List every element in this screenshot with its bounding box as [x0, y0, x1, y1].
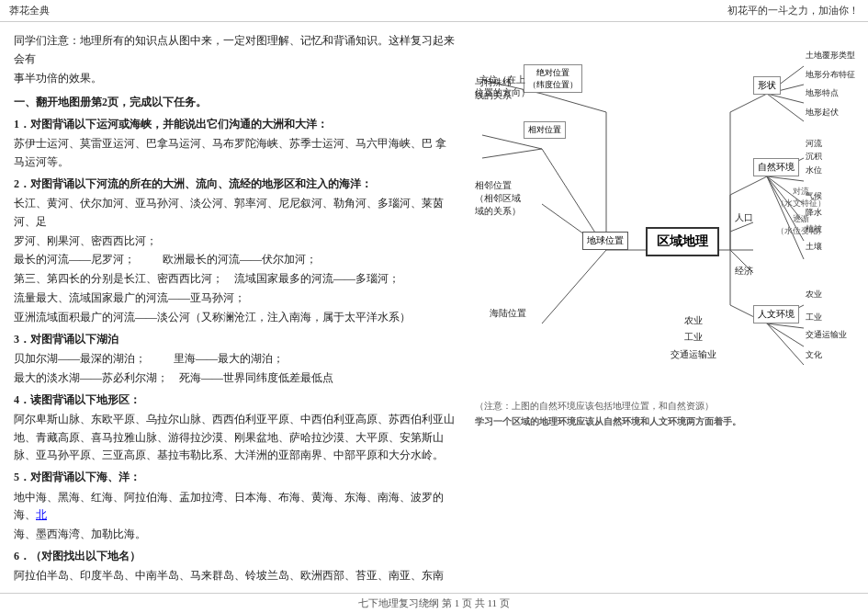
task2-line1: 长江、黄河、伏尔加河、亚马孙河、淡公河、郭率河、尼尼叙河、勒角河、多瑙河、莱茵河… [14, 195, 455, 232]
transport-node: 交通运输业 [806, 329, 847, 341]
human-env-node: 人文环境 [753, 305, 799, 324]
svg-line-5 [542, 250, 606, 324]
center-node: 区域地理 [646, 227, 719, 256]
header-right: 初花平的一斗之力，加油你！ [727, 4, 859, 17]
note1: （注意：上图的自然环境应该包括地理位置，和自然资源） [475, 401, 714, 411]
task3-line1: 贝加尔湖——最深的湖泊； 里海——最大的湖泊； [14, 350, 455, 369]
sea-land-node: 海陆位置 [490, 307, 526, 320]
svg-line-11 [730, 94, 767, 112]
relative-pos-node: 相对位置 [524, 121, 566, 139]
page-container: 莽花全典 初花平的一斗之力，加油你！ 同学们注意：地理所有的知识点从图中来，一定… [0, 0, 868, 613]
right-panel: 区域地理 地球位置 与特殊纬线的关系 绝对位置（纬度位置） 方位（在上位置的方向… [468, 22, 868, 587]
sedimentation-node: 沉积 [806, 151, 822, 163]
soil-node: 土壤 [806, 241, 822, 253]
task5-line1: 地中海、黑海、红海、阿拉伯海、盂加拉湾、日本海、布海、黄海、东海、南海、波罗的海… [14, 489, 455, 526]
task2-line4: 第三、第四长的分别是长江、密西西比河； 流域国家最多的河流——多瑙河； [14, 270, 455, 289]
task3-label: 3．对图背诵以下湖泊 [14, 330, 455, 348]
task2-line6: 亚洲流域面积最广的河流——淡公河（又称澜沧江，注入南海，属于太平洋水系） [14, 309, 455, 327]
fanwei-node: 方位（在上位置的方向） [475, 74, 530, 99]
task4-content: 阿尔卑斯山脉、东欧平原、乌拉尔山脉、西西伯利亚平原、中西伯利亚高原、苏西伯利亚山… [14, 411, 455, 465]
task6-content: 阿拉伯半岛、印度半岛、中南半岛、马来群岛、铃坡兰岛、欧洲西部、苔亚、南亚、东南亚… [14, 567, 455, 587]
intro-line2: 事半功倍的效果。 [14, 72, 102, 85]
landform-relief-node: 地形起伏 [806, 107, 839, 119]
landform-feat-node: 地形特点 [806, 87, 839, 99]
header-left: 莽花全典 [9, 4, 50, 17]
rivers-node: 河流 [806, 138, 822, 150]
task2-line2: 罗河、刚果河、密西西比河； [14, 233, 455, 251]
task2-label: 2．对图背诵以下河流的所在的大洲、流向、流经的地形区和注入的海洋： [14, 175, 455, 193]
svg-line-29 [767, 324, 804, 365]
task1-label: 1．对图背诵以下运河或海峡，并能说出它们沟通的大洲和大洋： [14, 115, 455, 133]
svg-line-2 [542, 94, 606, 112]
economy-node: 经济 [735, 265, 753, 278]
main-content: 同学们注意：地理所有的知识点从图中来，一定对图理解、记忆和背诵知识。这样复习起来… [0, 22, 868, 587]
shape-node: 形状 [753, 76, 781, 95]
north-sea-link[interactable]: 北 [36, 508, 47, 521]
agriculture-node: 农业 [806, 289, 822, 301]
intro-line1: 同学们注意：地理所有的知识点从图中来，一定对图理解、记忆和背诵知识。这样复习起来… [14, 34, 455, 65]
svg-line-13 [730, 176, 767, 195]
population-node: 人口 [735, 211, 753, 224]
mindmap-container: 区域地理 地球位置 与特殊纬线的关系 绝对位置（纬度位置） 方位（在上位置的方向… [473, 29, 868, 562]
natural-env-node: 自然环境 [753, 158, 799, 176]
task5-line2: 海、墨西海湾、加勒比海。 [14, 526, 455, 544]
convection-node: 对流（水文特征） [776, 186, 826, 210]
indus-left-node: 工业 [684, 331, 703, 344]
trans-left-node: 交通运输业 [671, 348, 716, 361]
task3-line2: 最大的淡水湖——苏必利尔湖； 死海——世界同纬度低差最低点 [14, 369, 455, 388]
left-panel: 同学们注意：地理所有的知识点从图中来，一定对图理解、记忆和背诵知识。这样复习起来… [0, 22, 468, 587]
footer-text: 七下地理复习绕纲 第 1 页 共 11 页 [358, 597, 510, 608]
svg-line-8 [482, 149, 542, 158]
gradual-node: 逐渐（水位变化） [776, 213, 826, 237]
task2-line5: 流量最大、流域国家最广的河流——亚马孙河； [14, 289, 455, 308]
task6-label: 6．（对图找出以下地名） [14, 547, 455, 565]
task4-label: 4．读图背诵以下地形区： [14, 391, 455, 409]
note-text: （注意：上图的自然环境应该包括地理位置，和自然资源） 学习一个区域的地理环境应该… [473, 398, 868, 429]
industry-node: 工业 [806, 312, 822, 324]
landform-dist-node: 地形分布特征 [806, 69, 855, 81]
footer-bar: 七下地理复习绕纲 第 1 页 共 11 页 [0, 593, 868, 613]
section1-title: 一、翻开地图册第2页，完成以下任务。 [14, 93, 455, 111]
neighbor-pos-node: 相邻位置（相邻区域域的关系） [475, 179, 521, 218]
intro-text: 同学们注意：地理所有的知识点从图中来，一定对图理解、记忆和背诵知识。这样复习起来… [14, 31, 455, 87]
task5-label: 5．对图背诵以下海、洋： [14, 468, 455, 486]
land-type-node: 土地覆形类型 [806, 50, 855, 62]
location-node: 地球位置 [582, 232, 628, 250]
task1-content: 苏伊士运河、莫雷亚运河、巴拿马运河、马布罗陀海峡、苏季士运河、马六甲海峡、巴 拿… [14, 135, 455, 172]
agri-left-node: 农业 [684, 314, 703, 327]
note2: 学习一个区域的地理环境应该从自然环境和人文环境两方面着手。 [475, 416, 741, 426]
lat-position-node: 绝对位置（纬度位置） [524, 64, 582, 93]
header-bar: 莽花全典 初花平的一斗之力，加油你！ [0, 0, 868, 22]
culture-node: 文化 [806, 349, 822, 361]
task2-line3: 最长的河流——尼罗河； 欧洲最长的河流——伏尔加河； [14, 251, 455, 269]
water-level-node: 水位 [806, 165, 822, 176]
